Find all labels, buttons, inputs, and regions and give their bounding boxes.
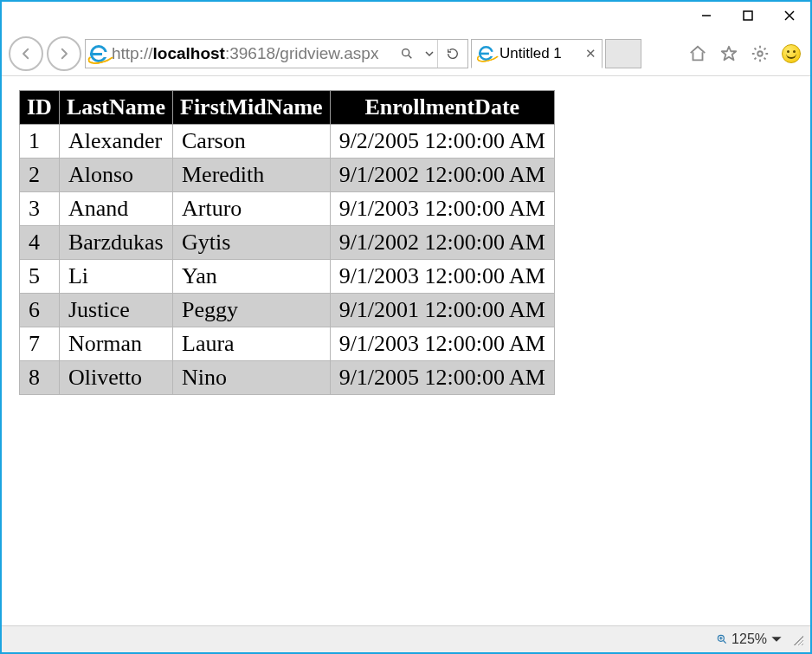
svg-line-5	[409, 55, 411, 58]
svg-line-8	[724, 641, 726, 644]
table-row: 3AnandArturo9/1/2003 12:00:00 AM	[20, 192, 555, 226]
maximize-button[interactable]	[727, 2, 769, 29]
cell-date: 9/1/2003 12:00:00 AM	[330, 260, 554, 294]
refresh-icon[interactable]	[437, 40, 467, 68]
resize-grip[interactable]	[791, 633, 803, 645]
window-titlebar	[2, 2, 810, 35]
cell-id: 4	[20, 226, 60, 260]
search-dropdown-icon[interactable]	[422, 40, 437, 68]
col-id: ID	[20, 91, 60, 125]
status-bar: 125%	[2, 625, 810, 652]
table-row: 1AlexanderCarson9/2/2005 12:00:00 AM	[20, 125, 555, 159]
favorites-icon[interactable]	[715, 40, 743, 68]
page-content: ID LastName FirstMidName EnrollmentDate …	[2, 76, 810, 625]
new-tab-button[interactable]	[605, 39, 641, 68]
cell-last: Justice	[59, 294, 172, 327]
ie-window: http://localhost:39618/gridview.aspx Unt…	[0, 0, 812, 654]
forward-button[interactable]	[47, 36, 81, 71]
table-row: 5LiYan9/1/2003 12:00:00 AM	[20, 260, 555, 294]
cell-last: Alonso	[59, 159, 172, 192]
cell-first: Nino	[173, 361, 331, 395]
back-button[interactable]	[9, 36, 43, 71]
minimize-button[interactable]	[686, 2, 727, 29]
browser-toolbar: http://localhost:39618/gridview.aspx Unt…	[2, 35, 810, 76]
cell-first: Meredith	[173, 159, 331, 192]
cell-date: 9/1/2002 12:00:00 AM	[330, 226, 554, 260]
cell-id: 6	[20, 294, 60, 327]
cell-last: Li	[59, 260, 172, 294]
cell-first: Arturo	[173, 192, 331, 226]
cell-last: Barzdukas	[59, 226, 172, 260]
cell-last: Anand	[59, 192, 172, 226]
col-enrollmentdate: EnrollmentDate	[330, 91, 554, 125]
cell-id: 7	[20, 327, 60, 361]
cell-first: Gytis	[173, 226, 331, 260]
table-row: 8OlivettoNino9/1/2005 12:00:00 AM	[20, 361, 555, 395]
cell-first: Peggy	[173, 294, 331, 327]
col-firstmidname: FirstMidName	[173, 91, 331, 125]
cell-id: 1	[20, 125, 60, 159]
cell-date: 9/1/2003 12:00:00 AM	[330, 192, 554, 226]
cell-date: 9/1/2001 12:00:00 AM	[330, 294, 554, 327]
svg-rect-1	[744, 11, 752, 20]
cell-date: 9/1/2002 12:00:00 AM	[330, 159, 554, 192]
table-header-row: ID LastName FirstMidName EnrollmentDate	[20, 91, 555, 125]
table-row: 6JusticePeggy9/1/2001 12:00:00 AM	[20, 294, 555, 327]
cell-first: Carson	[173, 125, 331, 159]
cell-first: Laura	[173, 327, 331, 361]
cell-date: 9/2/2005 12:00:00 AM	[330, 125, 554, 159]
table-row: 4BarzdukasGytis9/1/2002 12:00:00 AM	[20, 226, 555, 260]
address-bar[interactable]: http://localhost:39618/gridview.aspx	[85, 39, 468, 68]
zoom-value: 125%	[731, 631, 767, 647]
tab-close-icon[interactable]: ✕	[585, 46, 596, 62]
ie-icon	[479, 46, 494, 62]
cell-id: 8	[20, 361, 60, 395]
chevron-down-icon[interactable]	[770, 633, 783, 645]
search-icon[interactable]	[392, 40, 422, 68]
gridview-table: ID LastName FirstMidName EnrollmentDate …	[19, 90, 555, 395]
address-bar-tools	[392, 40, 467, 68]
tab-title: Untitled 1	[499, 45, 562, 62]
cell-id: 5	[20, 260, 60, 294]
cell-first: Yan	[173, 260, 331, 294]
address-bar-text[interactable]: http://localhost:39618/gridview.aspx	[112, 44, 392, 63]
svg-point-6	[757, 51, 763, 56]
cell-id: 2	[20, 159, 60, 192]
table-row: 7NormanLaura9/1/2003 12:00:00 AM	[20, 327, 555, 361]
browser-tab[interactable]: Untitled 1 ✕	[471, 39, 603, 68]
table-row: 2AlonsoMeredith9/1/2002 12:00:00 AM	[20, 159, 555, 192]
svg-point-4	[403, 49, 409, 55]
feedback-icon[interactable]	[777, 40, 805, 68]
settings-icon[interactable]	[746, 40, 774, 68]
cell-last: Norman	[59, 327, 172, 361]
zoom-icon	[716, 633, 728, 645]
cell-last: Olivetto	[59, 361, 172, 395]
close-button[interactable]	[769, 2, 810, 29]
col-lastname: LastName	[59, 91, 172, 125]
cell-date: 9/1/2005 12:00:00 AM	[330, 361, 554, 395]
cell-id: 3	[20, 192, 60, 226]
ie-icon	[86, 45, 112, 62]
home-icon[interactable]	[684, 40, 712, 68]
zoom-control[interactable]: 125%	[716, 631, 783, 647]
cell-date: 9/1/2003 12:00:00 AM	[330, 327, 554, 361]
cell-last: Alexander	[59, 125, 172, 159]
